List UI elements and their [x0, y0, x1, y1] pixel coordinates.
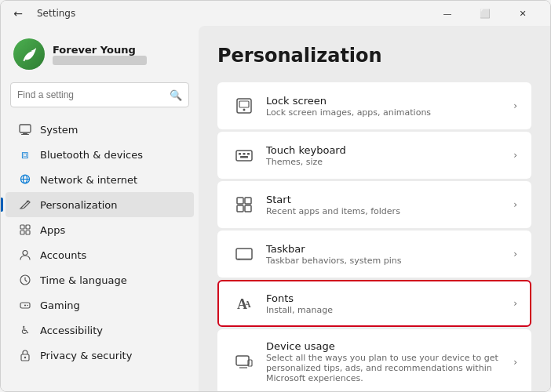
touch-keyboard-icon	[232, 143, 257, 168]
back-button[interactable]: ←	[7, 2, 29, 24]
sidebar-label-personalization: Personalization	[40, 199, 118, 211]
svg-rect-22	[247, 153, 250, 155]
taskbar-title: Taskbar	[266, 243, 507, 255]
system-icon	[18, 122, 32, 136]
touch-keyboard-desc: Themes, size	[266, 157, 507, 167]
settings-item-taskbar[interactable]: Taskbar Taskbar behaviors, system pins ›	[217, 230, 531, 278]
user-info: Forever Young	[53, 44, 147, 65]
sidebar-label-privacy: Privacy & security	[40, 350, 132, 361]
svg-text:A: A	[244, 299, 251, 310]
settings-item-touch-keyboard[interactable]: Touch keyboard Themes, size ›	[217, 132, 531, 179]
personalization-icon	[18, 198, 32, 212]
sidebar-label-bluetooth: Bluetooth & devices	[40, 149, 143, 161]
svg-rect-21	[243, 153, 246, 155]
svg-rect-27	[245, 205, 251, 212]
touch-keyboard-chevron: ›	[513, 150, 517, 161]
search-input[interactable]	[17, 89, 165, 100]
taskbar-desc: Taskbar behaviors, system pins	[266, 256, 507, 266]
fonts-chevron: ›	[513, 298, 517, 309]
svg-rect-23	[240, 156, 248, 158]
lock-screen-desc: Lock screen images, apps, animations	[266, 107, 507, 118]
title-bar-left: ← Settings	[7, 2, 75, 24]
svg-rect-7	[26, 230, 30, 234]
settings-item-start[interactable]: Start Recent apps and items, folders ›	[217, 181, 531, 228]
fonts-desc: Install, manage	[266, 305, 507, 315]
sidebar-item-personalization[interactable]: Personalization	[5, 192, 194, 217]
svg-rect-24	[237, 198, 243, 204]
svg-rect-0	[20, 125, 31, 132]
sidebar-label-network: Network & internet	[40, 174, 137, 186]
fonts-text: Fonts Install, manage	[266, 292, 507, 315]
svg-rect-4	[20, 225, 24, 229]
start-title: Start	[266, 194, 507, 205]
lock-screen-icon	[232, 93, 257, 118]
svg-rect-17	[239, 101, 249, 107]
search-box[interactable]: 🔍	[10, 82, 189, 107]
fonts-icon: A A	[232, 291, 257, 316]
bluetooth-icon: ⧈	[18, 147, 32, 162]
minimize-button[interactable]: —	[429, 1, 465, 26]
sidebar-item-system[interactable]: System	[5, 117, 194, 142]
lock-screen-title: Lock screen	[266, 95, 507, 107]
device-usage-desc: Select all the ways you plan to use your…	[266, 353, 507, 383]
gaming-icon	[18, 298, 32, 312]
sidebar-item-accounts[interactable]: Accounts	[5, 242, 194, 267]
window-title: Settings	[37, 8, 75, 19]
sidebar-label-gaming: Gaming	[40, 299, 80, 311]
close-button[interactable]: ✕	[505, 1, 541, 26]
title-bar: ← Settings — ⬜ ✕	[1, 1, 550, 26]
sidebar-item-network[interactable]: Network & internet	[5, 167, 194, 192]
settings-list: Lock screen Lock screen images, apps, an…	[217, 82, 531, 391]
page-title: Personalization	[217, 45, 531, 67]
accounts-icon	[18, 248, 32, 262]
sidebar-label-time: Time & language	[40, 274, 127, 286]
taskbar-icon	[232, 241, 257, 267]
touch-keyboard-title: Touch keyboard	[266, 144, 507, 156]
svg-point-8	[23, 251, 27, 256]
start-icon	[232, 192, 257, 217]
user-profile[interactable]: Forever Young	[1, 32, 199, 82]
avatar	[13, 38, 45, 70]
start-desc: Recent apps and items, folders	[266, 206, 507, 216]
sidebar-item-apps[interactable]: Apps	[5, 217, 194, 242]
svg-rect-26	[237, 205, 243, 212]
taskbar-chevron: ›	[513, 249, 517, 260]
sidebar-item-accessibility[interactable]: ♿ Accessibility	[5, 318, 194, 343]
svg-point-15	[24, 357, 26, 358]
sidebar-item-privacy[interactable]: Privacy & security	[5, 343, 194, 368]
window-controls: — ⬜ ✕	[429, 1, 541, 26]
settings-item-device-usage[interactable]: Device usage Select all the ways you pla…	[217, 329, 531, 391]
sidebar: Forever Young 🔍 System	[1, 26, 199, 391]
device-usage-title: Device usage	[266, 340, 507, 352]
sidebar-label-apps: Apps	[40, 224, 65, 236]
touch-keyboard-text: Touch keyboard Themes, size	[266, 144, 507, 167]
lock-screen-chevron: ›	[513, 100, 517, 111]
time-icon	[18, 273, 32, 287]
svg-rect-6	[20, 230, 24, 234]
fonts-title: Fonts	[266, 292, 507, 304]
maximize-button[interactable]: ⬜	[467, 1, 503, 26]
apps-icon	[18, 223, 32, 237]
svg-rect-19	[236, 151, 252, 161]
settings-window: ← Settings — ⬜ ✕ Forever Young	[0, 0, 551, 392]
settings-item-lock-screen[interactable]: Lock screen Lock screen images, apps, an…	[217, 82, 531, 129]
user-name: Forever Young	[53, 44, 147, 56]
search-icon: 🔍	[170, 89, 182, 101]
device-usage-text: Device usage Select all the ways you pla…	[266, 340, 507, 383]
sidebar-item-gaming[interactable]: Gaming	[5, 292, 194, 318]
svg-rect-33	[236, 356, 249, 365]
taskbar-text: Taskbar Taskbar behaviors, system pins	[266, 243, 507, 266]
svg-point-13	[27, 305, 28, 307]
svg-rect-30	[238, 259, 240, 260]
accessibility-icon: ♿	[18, 323, 32, 337]
start-chevron: ›	[513, 199, 517, 210]
sidebar-label-system: System	[40, 124, 78, 136]
sidebar-label-accounts: Accounts	[40, 249, 86, 261]
sidebar-item-time[interactable]: Time & language	[5, 267, 194, 292]
sidebar-item-bluetooth[interactable]: ⧈ Bluetooth & devices	[5, 142, 194, 167]
svg-rect-5	[26, 225, 30, 229]
network-icon	[18, 172, 32, 187]
settings-item-fonts[interactable]: A A Fonts Install, manage ›	[217, 280, 531, 327]
svg-rect-28	[236, 249, 252, 260]
svg-point-18	[243, 109, 246, 111]
